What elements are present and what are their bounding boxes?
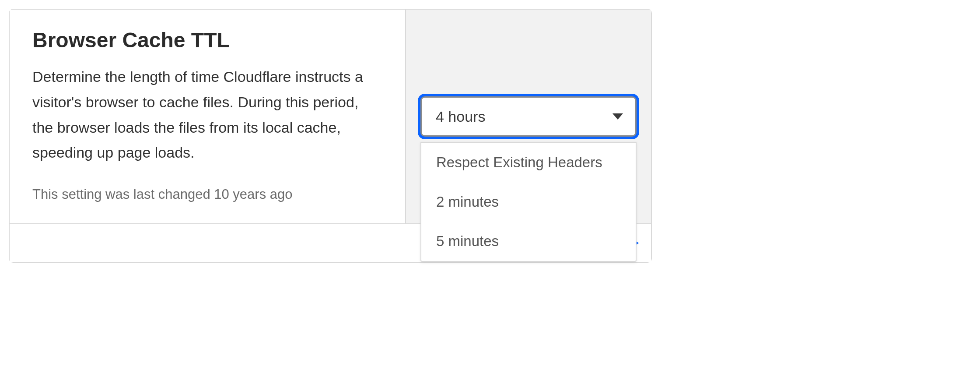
ttl-select-value: 4 hours xyxy=(436,108,485,125)
card-description: Determine the length of time Cloudflare … xyxy=(32,64,382,166)
card-control-panel: 4 hours Respect Existing Headers 2 minut… xyxy=(406,10,651,223)
card-content: Browser Cache TTL Determine the length o… xyxy=(10,10,406,223)
browser-cache-ttl-card: Browser Cache TTL Determine the length o… xyxy=(9,9,652,263)
ttl-select[interactable]: 4 hours xyxy=(420,96,637,137)
ttl-option[interactable]: Respect Existing Headers xyxy=(421,143,636,182)
card-top: Browser Cache TTL Determine the length o… xyxy=(10,10,651,223)
ttl-dropdown: Respect Existing Headers 2 minutes 5 min… xyxy=(420,142,637,262)
ttl-select-wrap: 4 hours Respect Existing Headers 2 minut… xyxy=(420,96,637,137)
ttl-option[interactable]: 5 minutes xyxy=(421,222,636,261)
ttl-dropdown-list[interactable]: Respect Existing Headers 2 minutes 5 min… xyxy=(421,143,636,261)
card-title: Browser Cache TTL xyxy=(32,28,382,52)
card-meta: This setting was last changed 10 years a… xyxy=(32,187,382,202)
ttl-option[interactable]: 2 minutes xyxy=(421,182,636,222)
chevron-down-icon xyxy=(612,113,623,120)
